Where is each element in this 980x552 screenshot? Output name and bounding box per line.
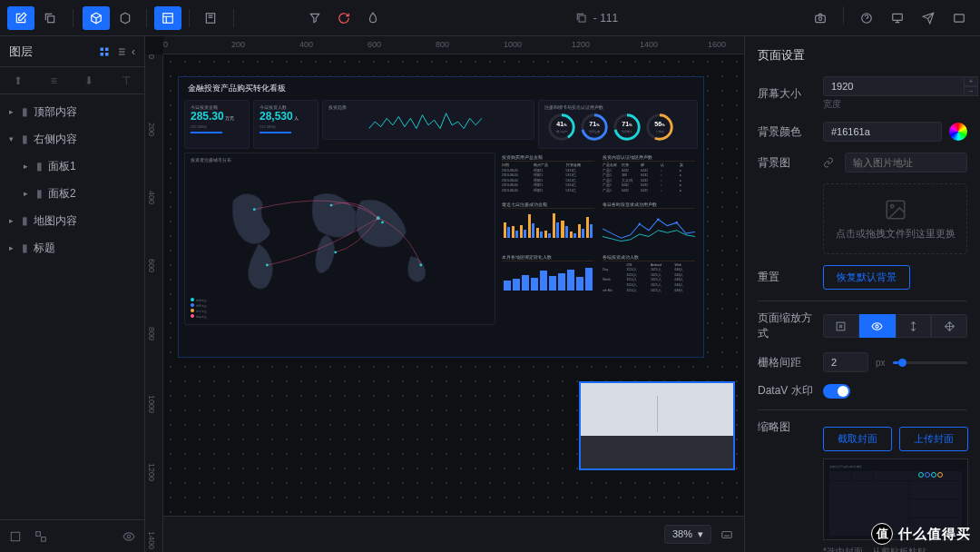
panel-line-hourly: 每日各时段登录成功用户数 [600, 200, 698, 250]
align-vcenter-icon[interactable]: ≡ [51, 74, 57, 87]
gauges-card: 注册和绑卡与实名认证用户数 41%绑卡用户71%当日注册71%当日绑卡56%已实… [538, 100, 698, 149]
zoom-select[interactable]: 38%▾ [664, 525, 711, 544]
align-hcenter-icon[interactable]: ⊤ [122, 74, 131, 87]
bg-image-drop[interactable]: 点击或拖拽文件到这里更换 [823, 183, 967, 254]
pages-icon [575, 12, 588, 25]
dashboard-title: 金融投资产品购买转化看板 [179, 77, 703, 100]
tool-refresh[interactable] [330, 6, 358, 30]
metric-card-users: 今日投资人数 28,530人 232,589元 [253, 100, 318, 149]
fullscreen-icon[interactable] [946, 6, 973, 30]
send-icon[interactable] [915, 6, 942, 30]
svg-point-34 [675, 221, 678, 223]
svg-point-5 [818, 16, 822, 19]
camera-icon[interactable] [807, 6, 834, 30]
workspace: 02004006008001000120014001600 0200400600… [145, 36, 744, 552]
scale-move-icon[interactable] [931, 314, 967, 338]
layer-item[interactable]: ▸▮顶部内容 [0, 98, 144, 125]
minimap[interactable] [579, 381, 735, 470]
capture-cover-button[interactable]: 截取封面 [823, 427, 892, 451]
svg-rect-11 [101, 53, 104, 56]
panel-region-table: 投资内容认证地区用户数 产品名称投资绑认实产品164326432○●产品1300… [600, 153, 698, 197]
bottom-layers-a-icon[interactable] [9, 530, 22, 543]
upload-cover-button[interactable]: 上传封面 [899, 427, 968, 451]
reset-bg-button[interactable]: 恢复默认背景 [823, 265, 910, 290]
document-title: - 111 [390, 12, 803, 25]
bg-image-input[interactable] [845, 153, 967, 172]
grid-gap-input[interactable] [823, 352, 868, 372]
svg-rect-3 [579, 15, 585, 22]
tool-filter[interactable] [301, 6, 328, 30]
layer-item[interactable]: ▸▮面板1 [0, 153, 144, 180]
align-top-icon[interactable]: ⬆ [14, 74, 23, 87]
help-icon[interactable] [853, 6, 880, 30]
watermark-toggle[interactable] [823, 384, 850, 399]
panel-invest-table: 投资购买用户总金额 日期购买产品投资金额2019-08-05理财15311亿20… [499, 153, 597, 197]
panel-bar-7day: 最近七日注册成功金额 [499, 200, 597, 250]
zoom-bar: 38%▾ [163, 516, 744, 552]
image-icon [884, 198, 907, 222]
tool-layout[interactable] [154, 6, 181, 30]
bg-color-input[interactable] [823, 122, 942, 142]
page-settings-panel: 页面设置 屏幕大小 +− 宽度 +− 高度 背景颜色 背景图 点击或拖拽文件到这… [744, 36, 980, 552]
tool-copy[interactable] [36, 6, 64, 30]
layer-item[interactable]: ▸▮面板2 [0, 180, 144, 207]
svg-point-37 [890, 204, 893, 207]
width-dec[interactable]: − [964, 86, 978, 96]
chevron-down-icon: ▾ [698, 528, 703, 540]
layers-panel: 图层 ‹ ⬆ ≡ ⬇ ⊤ ▸▮顶部内容▾▮右侧内容▸▮面板1▸▮面板2▸▮地图内… [0, 36, 145, 552]
scale-v-icon[interactable] [896, 314, 932, 338]
bottom-eye-icon[interactable] [122, 530, 135, 543]
svg-rect-15 [42, 537, 46, 541]
shortcuts-icon[interactable] [720, 528, 733, 541]
ruler-horizontal: 02004006008001000120014001600 [163, 36, 744, 54]
align-toolbar: ⬆ ≡ ⬇ ⊤ [0, 67, 144, 94]
layer-tree: ▸▮顶部内容▾▮右侧内容▸▮面板1▸▮面板2▸▮地图内容▸▮标题 [0, 94, 144, 519]
ruler-vertical: 02004006008001000120014001600 [145, 54, 163, 552]
world-map: 投资者注册城市分布 [184, 153, 495, 325]
bottom-layers-b-icon[interactable] [34, 530, 47, 543]
svg-point-16 [127, 535, 131, 538]
svg-rect-13 [11, 532, 19, 540]
tool-droplet[interactable] [359, 6, 387, 30]
monitor-icon[interactable] [884, 6, 911, 30]
topbar: - 111 [0, 0, 980, 36]
svg-rect-12 [105, 53, 109, 56]
svg-rect-9 [101, 47, 104, 51]
view-grid-icon[interactable] [99, 46, 110, 57]
view-list-icon[interactable] [115, 46, 126, 57]
grid-gap-slider[interactable] [893, 361, 967, 364]
svg-rect-8 [955, 14, 965, 21]
scale-fit-icon[interactable] [823, 314, 859, 338]
align-bottom-icon[interactable]: ⬇ [84, 74, 93, 87]
svg-rect-0 [48, 15, 54, 22]
dashboard-artboard[interactable]: 金融投资产品购买转化看板 今日投资金额 285.30万元 232,589元 今日… [178, 76, 704, 358]
layer-item[interactable]: ▸▮标题 [0, 234, 144, 261]
width-inc[interactable]: + [964, 76, 978, 86]
color-picker-icon[interactable] [949, 123, 967, 141]
trend-chart: 投资趋势 [322, 100, 534, 140]
panel-bar-month: 本月各地区绑定转化人数 [499, 252, 597, 297]
tool-page[interactable] [197, 6, 224, 30]
metric-card-amount: 今日投资金额 285.30万元 232,589元 [184, 100, 250, 149]
tool-box[interactable] [112, 6, 139, 30]
svg-rect-14 [36, 531, 41, 536]
svg-point-33 [657, 218, 660, 221]
svg-rect-1 [163, 13, 173, 23]
layers-title: 图层 [9, 44, 99, 60]
svg-rect-10 [105, 47, 109, 51]
svg-point-32 [638, 222, 641, 225]
svg-point-28 [381, 221, 384, 223]
svg-rect-7 [893, 14, 903, 20]
tool-component[interactable] [83, 6, 110, 30]
scale-eye-icon[interactable] [859, 314, 896, 338]
layer-item[interactable]: ▾▮右侧内容 [0, 125, 144, 153]
layer-item[interactable]: ▸▮地图内容 [0, 207, 144, 234]
collapse-panel-icon[interactable]: ‹ [132, 45, 135, 58]
site-watermark: 值 什么值得买 [871, 523, 971, 545]
svg-rect-35 [722, 531, 732, 537]
scale-mode-segment [823, 314, 967, 338]
canvas[interactable]: 金融投资产品购买转化看板 今日投资金额 285.30万元 232,589元 今日… [163, 54, 744, 516]
panel-platform-table: 各端投资成功人数 iOSAndroidWebDay3224人1625人648人3… [600, 252, 698, 297]
width-input[interactable] [823, 76, 965, 96]
tool-edit[interactable] [7, 6, 34, 30]
